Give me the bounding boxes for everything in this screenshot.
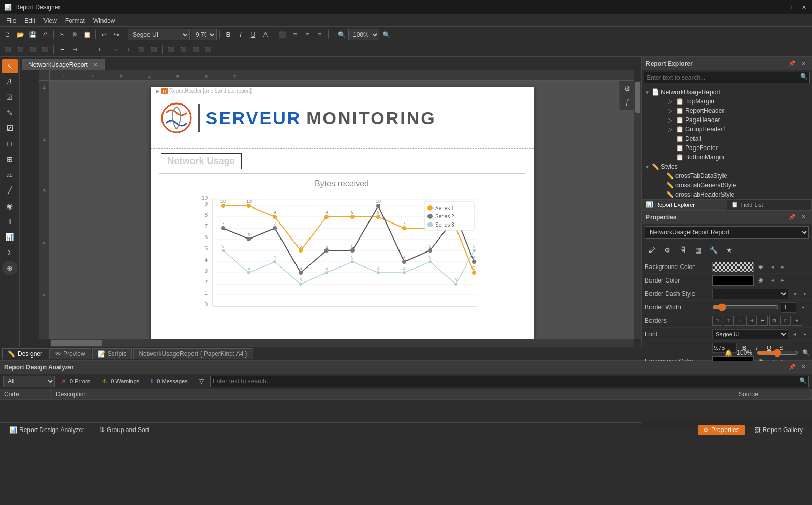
tb2-btn14[interactable]: ⬛ bbox=[178, 44, 189, 55]
tb2-btn11[interactable]: ⬛ bbox=[136, 44, 147, 55]
open-button[interactable]: 📂 bbox=[14, 29, 26, 40]
menu-view[interactable]: View bbox=[39, 16, 61, 25]
status-tab-analyzer[interactable]: 📊 Report Design Analyzer bbox=[4, 425, 90, 435]
props-table-btn[interactable]: ▦ bbox=[691, 243, 705, 257]
analyzer-close-button[interactable]: ✕ bbox=[799, 363, 808, 372]
canvas-scroll[interactable]: ▶ H ReportHeader [one band per report] bbox=[50, 81, 634, 339]
ab-tool[interactable]: ab bbox=[2, 168, 18, 182]
select-tool[interactable]: ↖ bbox=[2, 59, 18, 73]
menu-file[interactable]: File bbox=[2, 16, 20, 25]
status-tab-gallery[interactable]: 🖼 Report Gallery bbox=[749, 425, 808, 435]
tree-item-pageheader[interactable]: ▷ 📋 PageHeader bbox=[642, 115, 812, 125]
edit-tool[interactable]: ✎ bbox=[2, 106, 18, 120]
props-wrench-btn[interactable]: 🔧 bbox=[707, 243, 720, 257]
tb2-btn1[interactable]: ⬛ bbox=[2, 44, 13, 55]
undo-button[interactable]: ↩ bbox=[98, 29, 110, 40]
tb2-btn6[interactable]: ⊣ bbox=[69, 44, 80, 55]
border-color-left[interactable]: ◂ bbox=[768, 276, 776, 285]
align-justify-button[interactable]: ≡ bbox=[314, 29, 326, 40]
tb2-btn7[interactable]: ⊤ bbox=[81, 44, 93, 55]
horiz-scrollbar[interactable] bbox=[50, 339, 634, 347]
border-outer[interactable]: □ bbox=[780, 316, 791, 326]
align-left-button[interactable]: ⬛ bbox=[277, 29, 288, 40]
border-all[interactable]: ⊞ bbox=[769, 316, 779, 326]
menu-format[interactable]: Format bbox=[61, 16, 89, 25]
border-left[interactable]: ⊣ bbox=[746, 316, 757, 326]
explorer-pin-button[interactable]: 📌 bbox=[788, 59, 797, 68]
rect-tool[interactable]: □ bbox=[2, 137, 18, 151]
tree-item-ctds[interactable]: ✏️ crossTabDataStyle bbox=[642, 171, 812, 181]
tb2-btn13[interactable]: ⬛ bbox=[165, 44, 176, 55]
barcode-tool[interactable]: ⦀ bbox=[2, 214, 18, 229]
text-tool[interactable]: A bbox=[2, 75, 18, 89]
menu-window[interactable]: Window bbox=[89, 16, 120, 25]
tree-item-cths[interactable]: ✏️ crossTabHeaderStyle bbox=[642, 190, 812, 199]
tb2-btn12[interactable]: ⬛ bbox=[148, 44, 159, 55]
italic-button[interactable]: I bbox=[235, 29, 246, 40]
analyzer-pin-button[interactable]: 📌 bbox=[788, 363, 797, 372]
zoom-slider[interactable] bbox=[757, 349, 798, 357]
align-center-button[interactable]: ≡ bbox=[289, 29, 301, 40]
new-button[interactable]: 🗋 bbox=[2, 29, 13, 40]
props-gear-btn[interactable]: ⚙ bbox=[660, 243, 674, 257]
props-close-button[interactable]: ✕ bbox=[799, 213, 808, 222]
status-tab-groupsort[interactable]: ⇅ Group and Sort bbox=[94, 425, 154, 435]
tb2-btn16[interactable]: ⬛ bbox=[202, 44, 214, 55]
tree-item-groupheader[interactable]: ▷ 📋 GroupHeader1 bbox=[642, 125, 812, 134]
props-db-btn[interactable]: 🗄 bbox=[676, 243, 689, 257]
analyzer-warnings-btn[interactable]: ⚠ 0 Warnings bbox=[98, 377, 144, 386]
border-inner[interactable]: + bbox=[792, 316, 802, 326]
function-tool[interactable]: f bbox=[622, 96, 633, 108]
analyzer-errors-btn[interactable]: ✕ 0 Errors bbox=[58, 377, 95, 386]
border-width-slider[interactable] bbox=[712, 303, 779, 311]
explorer-tab-report[interactable]: 📊 Report Explorer bbox=[642, 200, 727, 210]
border-width-left[interactable]: ◂ bbox=[799, 303, 807, 311]
analyzer-filter-select[interactable]: All bbox=[3, 376, 55, 387]
print-button[interactable]: 🖨 bbox=[39, 29, 51, 40]
chart-tool[interactable]: 📊 bbox=[2, 230, 18, 244]
vert-scroll-thumb[interactable] bbox=[635, 82, 640, 113]
border-color-swatch[interactable] bbox=[712, 275, 754, 286]
tb2-btn5[interactable]: ⊢ bbox=[56, 44, 68, 55]
tab-designer[interactable]: ✏️ Designer bbox=[2, 348, 48, 359]
tree-item-bottommargin[interactable]: 📋 BottomMargin bbox=[642, 153, 812, 162]
copy-button[interactable]: ⎘ bbox=[69, 29, 80, 40]
border-width-right[interactable]: ▸ bbox=[809, 303, 812, 311]
report-tool[interactable]: ⊕ bbox=[2, 261, 18, 275]
bg-color-picker[interactable]: ◉ bbox=[756, 262, 766, 272]
font-name-select[interactable]: Segoe UI bbox=[712, 329, 788, 339]
tree-item-pagefooter[interactable]: 📋 PageFooter bbox=[642, 143, 812, 153]
tb2-btn15[interactable]: ⬛ bbox=[190, 44, 201, 55]
canvas-tab[interactable]: NetworkUsageReport ✕ bbox=[22, 59, 105, 70]
check-tool[interactable]: ☑ bbox=[2, 90, 18, 105]
cut-button[interactable]: ✂ bbox=[56, 29, 68, 40]
border-bottom[interactable]: ⊥ bbox=[735, 316, 745, 326]
menu-edit[interactable]: Edit bbox=[20, 16, 39, 25]
explorer-search-input[interactable] bbox=[644, 72, 810, 83]
tree-item-styles[interactable]: ▼ ✏️ Styles bbox=[642, 162, 812, 171]
bg-color-swatch[interactable] bbox=[712, 262, 754, 272]
tree-item-detail[interactable]: 📋 Detail bbox=[642, 134, 812, 143]
border-right[interactable]: ⊢ bbox=[758, 316, 768, 326]
tree-item-rheader[interactable]: ▷ 📋 ReportHeader bbox=[642, 106, 812, 115]
bg-color-left[interactable]: ◂ bbox=[768, 263, 776, 271]
tab-paperkind[interactable]: NetworkUsageReport { PaperKind: A4 } bbox=[133, 348, 253, 359]
line-tool[interactable]: ╱ bbox=[2, 183, 18, 198]
border-dash-select[interactable] bbox=[712, 289, 788, 299]
props-star-btn[interactable]: ★ bbox=[722, 243, 736, 257]
status-tab-properties[interactable]: ⚙ Properties bbox=[698, 425, 745, 435]
zoom-in-icon[interactable]: 🔍 bbox=[802, 349, 810, 357]
border-color-right[interactable]: ▸ bbox=[778, 276, 787, 285]
border-none[interactable]: □ bbox=[712, 316, 722, 326]
analyzer-filter2-btn[interactable]: ▽ bbox=[196, 377, 207, 386]
bg-color-right[interactable]: ▸ bbox=[778, 263, 787, 271]
maximize-button[interactable]: □ bbox=[789, 3, 798, 11]
close-button[interactable]: ✕ bbox=[800, 3, 808, 11]
font-left[interactable]: ◂ bbox=[790, 330, 799, 338]
analyzer-messages-btn[interactable]: ℹ 0 Messages bbox=[147, 377, 193, 386]
zoom-out-button[interactable]: 🔍 bbox=[336, 29, 347, 40]
props-brush-btn[interactable]: 🖊 bbox=[645, 243, 658, 257]
tb2-btn9[interactable]: ↔ bbox=[111, 44, 122, 55]
font-select[interactable]: Segoe UI bbox=[128, 29, 190, 40]
table-tool[interactable]: ⊞ bbox=[2, 152, 18, 167]
